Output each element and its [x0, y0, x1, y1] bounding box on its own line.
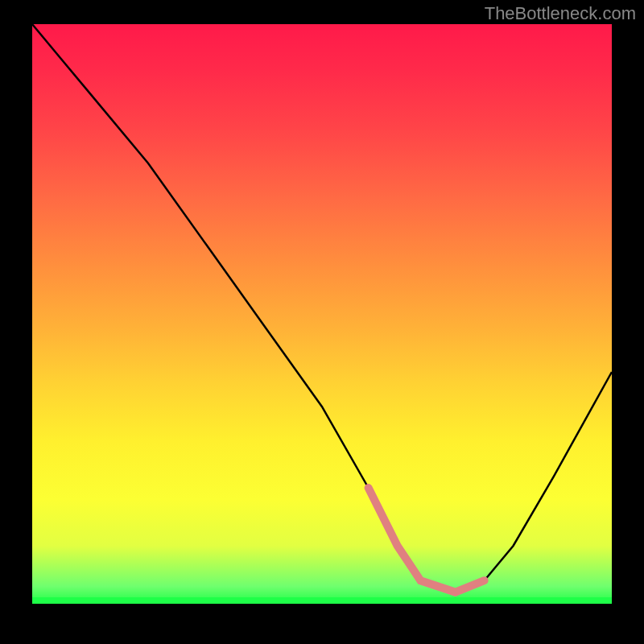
watermark-text: TheBottleneck.com [485, 3, 636, 24]
chart-plot-area [32, 24, 612, 604]
bottleneck-chart [32, 24, 612, 604]
bottleneck-curve-line [32, 24, 612, 592]
optimal-range-highlight [369, 488, 485, 592]
